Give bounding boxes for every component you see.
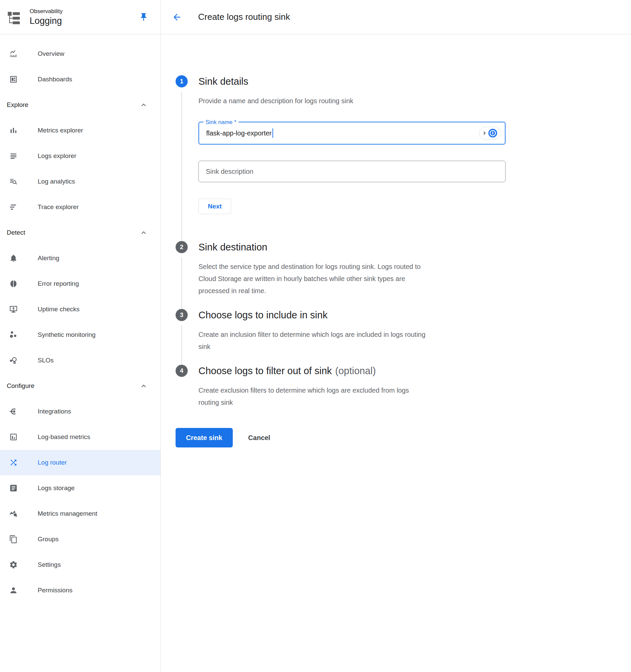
- sidebar-item-label: Integrations: [38, 408, 71, 415]
- chevron-up-icon: [139, 382, 148, 390]
- sidebar-item-trace-explorer[interactable]: Trace explorer: [0, 194, 160, 220]
- bell-icon: [9, 254, 18, 263]
- uptime-monitor-icon: [9, 305, 18, 314]
- chevron-right-icon: [482, 131, 487, 136]
- step-choose-logs-include: 3 Choose logs to include in sink Create …: [176, 308, 631, 364]
- create-sink-button[interactable]: Create sink: [176, 428, 233, 448]
- step-rail: 1: [176, 75, 188, 240]
- sink-name-value: flask-app-log-exporter: [206, 129, 272, 137]
- product-title-block: Observability Logging: [30, 8, 63, 26]
- error-reporting-icon: [9, 279, 18, 288]
- step-title-choose-logs-include[interactable]: Choose logs to include in sink: [198, 308, 507, 322]
- step-description: Select the service type and destination …: [198, 261, 507, 297]
- sidebar-item-label: Dashboards: [38, 76, 72, 83]
- step-sink-details: 1 Sink details Provide a name and descri…: [176, 75, 631, 240]
- stepper-content: 1 Sink details Provide a name and descri…: [161, 34, 631, 467]
- log-search-icon: [9, 177, 18, 186]
- slo-circles-icon: [9, 356, 18, 365]
- dashboards-icon: [9, 75, 18, 84]
- sidebar-item-alerting[interactable]: Alerting: [0, 245, 160, 271]
- password-manager-autofill-button[interactable]: [479, 127, 500, 140]
- sidebar-item-permissions[interactable]: Permissions: [0, 578, 160, 603]
- sidebar-item-groups[interactable]: Groups: [0, 526, 160, 552]
- sidebar-item-label: Metrics management: [38, 510, 97, 518]
- sidebar-item-label: Trace explorer: [38, 203, 79, 211]
- form-actions: Create sink Cancel: [176, 428, 631, 467]
- step-number-badge: 1: [176, 75, 188, 88]
- step-number-badge: 3: [176, 309, 188, 321]
- sidebar-item-label: Overview: [38, 50, 64, 57]
- observability-logo-icon: [7, 10, 21, 24]
- sink-description-input[interactable]: [198, 161, 506, 182]
- step-description: Create an inclusion filter to determine …: [198, 329, 507, 353]
- step-title-sink-details[interactable]: Sink details: [198, 75, 507, 88]
- sidebar-item-label: SLOs: [38, 357, 54, 364]
- text-cursor: [273, 128, 273, 138]
- overview-icon: [9, 49, 18, 58]
- next-button[interactable]: Next: [198, 199, 231, 214]
- step-connector-line: [181, 326, 182, 364]
- step-title-choose-logs-exclude[interactable]: Choose logs to filter out of sink(option…: [198, 364, 507, 378]
- sidebar-item-slos[interactable]: SLOs: [0, 347, 160, 373]
- step-sink-destination: 2 Sink destination Select the service ty…: [176, 240, 631, 308]
- log-based-metrics-icon: [9, 433, 18, 441]
- product-title: Logging: [30, 16, 63, 26]
- sidebar-item-log-based-metrics[interactable]: Log-based metrics: [0, 424, 160, 450]
- sink-name-field[interactable]: Sink name * flask-app-log-exporter: [198, 122, 506, 145]
- sidebar-item-log-router[interactable]: Log router: [0, 450, 160, 475]
- sidebar-item-metrics-management[interactable]: Metrics management: [0, 501, 160, 526]
- chevron-up-icon: [139, 228, 148, 237]
- sink-description-field[interactable]: [198, 161, 506, 182]
- step-connector-line: [181, 92, 182, 240]
- sidebar-item-settings[interactable]: Settings: [0, 552, 160, 578]
- sidebar-section-configure[interactable]: Configure: [0, 373, 160, 399]
- sidebar-item-label: Uptime checks: [38, 306, 80, 313]
- sidebar-header: Observability Logging: [0, 0, 160, 34]
- sidebar: Observability Logging Overview Dashboard…: [0, 0, 161, 672]
- password-manager-icon: [488, 128, 497, 138]
- step-title-sink-destination[interactable]: Sink destination: [198, 240, 507, 254]
- sidebar-item-label: Log router: [38, 459, 67, 466]
- sidebar-item-label: Error reporting: [38, 280, 79, 287]
- sidebar-section-explore[interactable]: Explore: [0, 92, 160, 118]
- sidebar-item-label: Permissions: [38, 586, 72, 594]
- step-description: Provide a name and description for logs …: [198, 95, 507, 107]
- step-rail: 3: [176, 308, 188, 364]
- chevron-up-icon: [139, 100, 148, 109]
- step-connector-line: [181, 258, 182, 308]
- sidebar-item-dashboards[interactable]: Dashboards: [0, 67, 160, 92]
- sidebar-item-label: Log-based metrics: [38, 433, 90, 441]
- step-description: Create exclusion filters to determine wh…: [198, 384, 507, 408]
- step-number-badge: 4: [176, 365, 188, 377]
- sidebar-item-logs-storage[interactable]: Logs storage: [0, 475, 160, 501]
- bar-chart-icon: [9, 126, 18, 135]
- shuffle-icon: [9, 458, 18, 467]
- log-lines-icon: [9, 152, 18, 160]
- main-panel: Create logs routing sink 1 Sink details …: [161, 0, 631, 672]
- step-choose-logs-exclude: 4 Choose logs to filter out of sink(opti…: [176, 364, 631, 418]
- sidebar-item-integrations[interactable]: Integrations: [0, 399, 160, 424]
- sidebar-item-label: Logs explorer: [38, 152, 76, 160]
- sidebar-item-label: Groups: [38, 535, 59, 543]
- sidebar-item-synthetic-monitoring[interactable]: Synthetic monitoring: [0, 322, 160, 347]
- sidebar-item-uptime-checks[interactable]: Uptime checks: [0, 296, 160, 322]
- logs-storage-icon: [9, 484, 18, 493]
- product-eyebrow: Observability: [30, 8, 63, 15]
- sidebar-item-error-reporting[interactable]: Error reporting: [0, 271, 160, 296]
- sidebar-item-label: Log analytics: [38, 178, 75, 185]
- sidebar-item-logs-explorer[interactable]: Logs explorer: [0, 143, 160, 169]
- back-arrow-icon[interactable]: [172, 12, 182, 22]
- gear-icon: [9, 560, 18, 569]
- pin-icon[interactable]: [139, 13, 148, 22]
- person-icon: [9, 586, 18, 595]
- sidebar-item-metrics-explorer[interactable]: Metrics explorer: [0, 118, 160, 143]
- sidebar-item-overview[interactable]: Overview: [0, 41, 160, 67]
- cancel-button[interactable]: Cancel: [248, 434, 271, 442]
- sidebar-item-label: Synthetic monitoring: [38, 331, 95, 338]
- sidebar-item-log-analytics[interactable]: Log analytics: [0, 169, 160, 194]
- metrics-management-icon: [9, 509, 18, 518]
- sidebar-item-label: Metrics explorer: [38, 127, 83, 134]
- sidebar-section-detect[interactable]: Detect: [0, 220, 160, 245]
- sidebar-item-label: Settings: [38, 561, 61, 569]
- page-title: Create logs routing sink: [198, 12, 290, 22]
